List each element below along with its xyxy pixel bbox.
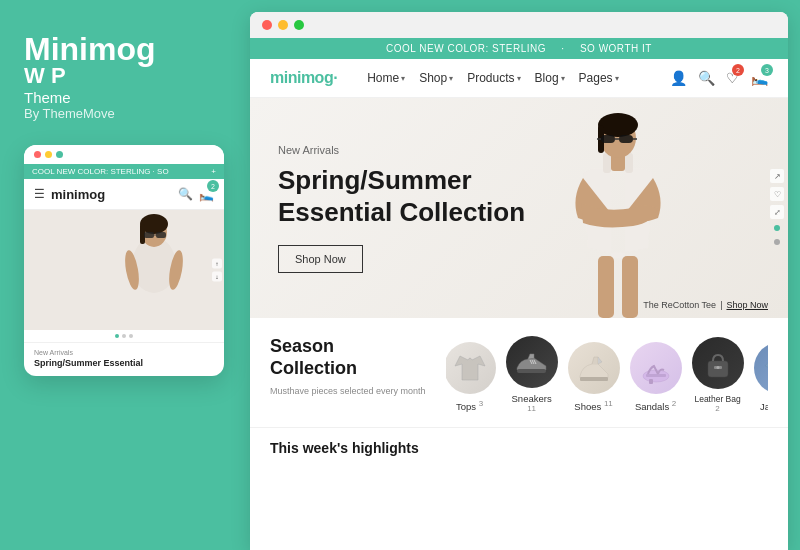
search-icon[interactable]: 🔍 (698, 70, 714, 86)
mobile-dot-2 (122, 334, 126, 338)
browser-window: COOL NEW COLOR: STERLING · SO WORTH IT m… (250, 12, 788, 550)
chevron-down-icon: ▾ (615, 74, 619, 83)
category-leather-image (692, 337, 744, 389)
hero-text-area: New Arrivals Spring/Summer Essential Col… (250, 120, 788, 297)
chrome-dot-yellow (278, 20, 288, 30)
season-text: Season Collection Musthave pieces select… (270, 336, 426, 398)
mobile-hero-svg (24, 210, 224, 330)
browser-chrome (250, 12, 788, 38)
season-description: Musthave pieces selected every month (270, 385, 426, 398)
mobile-dot-red (34, 151, 41, 158)
category-jackets-label: Jackets 5 (760, 399, 768, 412)
jackets-svg (760, 348, 768, 388)
category-tops[interactable]: Tops 3 (446, 342, 494, 412)
hero-product-name: The ReCotton Tee (643, 300, 716, 310)
season-categories: Tops 3 (446, 336, 768, 417)
category-sandals-image (630, 342, 682, 394)
nav-home[interactable]: Home ▾ (367, 71, 405, 85)
hero-shop-now-button[interactable]: Shop Now (278, 245, 363, 273)
sandals-svg (636, 348, 676, 388)
svg-rect-0 (24, 210, 224, 330)
mobile-sidebar-btn-1: ↑ (212, 259, 222, 269)
chrome-dot-red (262, 20, 272, 30)
sneakers-svg (512, 342, 552, 382)
category-shoes-image (568, 342, 620, 394)
category-shoes-label: Shoes 11 (574, 399, 612, 412)
hero-bottom-shop-link[interactable]: Shop Now (726, 300, 768, 310)
brand-credit: By ThemeMove (24, 106, 226, 121)
left-panel: Minimog W P Theme By ThemeMove COOL NEW … (0, 0, 250, 550)
svg-rect-28 (580, 377, 608, 381)
shoes-svg (574, 348, 614, 388)
mobile-nav-bar: ☰ minimog 🔍 🛌 2 (24, 179, 224, 210)
hero-section: New Arrivals Spring/Summer Essential Col… (250, 98, 788, 318)
mobile-logo: minimog (51, 187, 172, 202)
category-tops-image (446, 342, 496, 394)
brand-name-block: Minimog W P Theme By ThemeMove (24, 32, 226, 121)
tops-svg (450, 348, 490, 388)
cart-wrapper: 🛌 3 (751, 69, 768, 87)
hero-bottom-label: The ReCotton Tee | Shop Now (643, 300, 768, 310)
mobile-hero-sidebar: ↑ ↓ (212, 259, 222, 282)
category-sandals[interactable]: Sandals 2 (632, 342, 680, 412)
nav-blog[interactable]: Blog ▾ (535, 71, 565, 85)
mobile-search-icon[interactable]: 🔍 (178, 187, 193, 201)
season-title: Season Collection (270, 336, 426, 379)
svg-rect-24 (517, 369, 546, 373)
wishlist-wrapper: ♡ 2 (726, 69, 739, 87)
hero-new-arrivals: New Arrivals (278, 144, 760, 156)
brand-line2: W P (24, 63, 226, 89)
svg-point-34 (716, 366, 719, 369)
header-icons: 👤 🔍 ♡ 2 🛌 3 (670, 69, 768, 87)
site-nav: Home ▾ Shop ▾ Products ▾ Blog ▾ Pages (367, 71, 650, 85)
category-tops-label: Tops 3 (456, 399, 483, 412)
mobile-nav-icons: 🔍 🛌 2 (178, 185, 214, 203)
mobile-dot-1 (115, 334, 119, 338)
category-sneakers-label: Sneakers 11 (508, 393, 556, 417)
mobile-hero-image: ↑ ↓ (24, 210, 224, 330)
category-jackets[interactable]: Jackets 5 (756, 342, 768, 412)
mobile-cart-wrapper: 🛌 2 (199, 185, 214, 203)
mobile-bottom-text: New Arrivals Spring/Summer Essential (24, 342, 224, 376)
chevron-down-icon: ▾ (517, 74, 521, 83)
chevron-down-icon: ▾ (561, 74, 565, 83)
nav-pages[interactable]: Pages ▾ (579, 71, 619, 85)
category-sneakers-image (506, 336, 558, 388)
chevron-down-icon: ▾ (449, 74, 453, 83)
svg-rect-8 (156, 232, 166, 238)
mobile-announcement-text: COOL NEW COLOR: STERLING · SO (32, 167, 169, 176)
category-sneakers[interactable]: Sneakers 11 (508, 336, 556, 417)
site-content: COOL NEW COLOR: STERLING · SO WORTH IT m… (250, 38, 788, 550)
svg-rect-30 (646, 374, 666, 377)
site-logo: minimog· (270, 69, 337, 87)
nav-shop[interactable]: Shop ▾ (419, 71, 453, 85)
brand-line1: Minimog (24, 32, 226, 67)
announcement-text2: SO WORTH IT (580, 43, 652, 54)
hero-title: Spring/Summer Essential Collection (278, 164, 760, 229)
mobile-new-arrivals: New Arrivals (34, 349, 214, 356)
category-shoes[interactable]: Shoes 11 (570, 342, 618, 412)
announcement-text1: COOL NEW COLOR: STERLING (386, 43, 546, 54)
category-leather-label: Leather Bag 2 (694, 394, 742, 417)
site-header: minimog· Home ▾ Shop ▾ Products ▾ Blog ▾ (250, 59, 788, 98)
category-leather-bag[interactable]: Leather Bag 2 (694, 337, 742, 417)
nav-products[interactable]: Products ▾ (467, 71, 520, 85)
week-highlights-title: This week's highlights (270, 440, 768, 456)
brand-subtitle: Theme (24, 89, 226, 106)
mobile-sidebar-btn-2: ↓ (212, 272, 222, 282)
announcement-separator: · (561, 43, 564, 54)
chrome-dot-green (294, 20, 304, 30)
cart-badge: 3 (761, 64, 773, 76)
category-jackets-image (754, 342, 768, 394)
leather-svg (698, 343, 738, 383)
mobile-announcement-bar: COOL NEW COLOR: STERLING · SO + (24, 164, 224, 179)
season-section: Season Collection Musthave pieces select… (250, 318, 788, 428)
announcement-bar: COOL NEW COLOR: STERLING · SO WORTH IT (250, 38, 788, 59)
mobile-top-bar (24, 145, 224, 164)
chevron-down-icon: ▾ (401, 74, 405, 83)
mobile-dot-3 (129, 334, 133, 338)
svg-rect-7 (144, 232, 154, 238)
user-icon[interactable]: 👤 (670, 70, 686, 86)
mobile-dot-green (56, 151, 63, 158)
svg-rect-31 (649, 379, 653, 384)
